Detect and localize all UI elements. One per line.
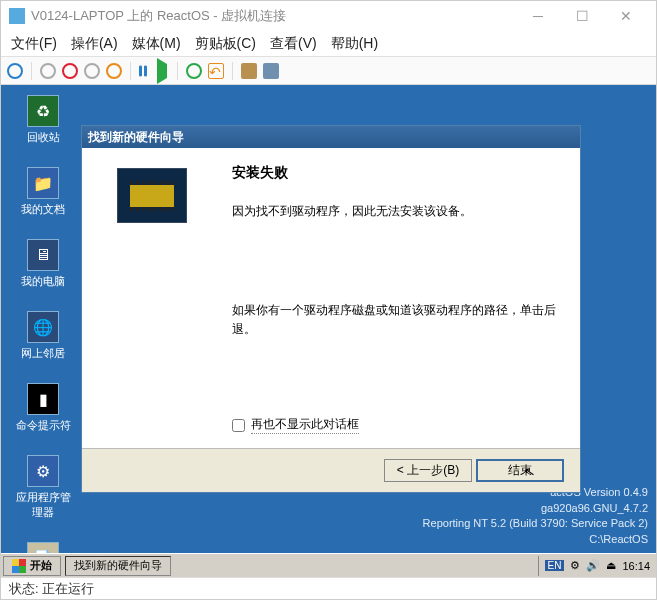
- dont-show-checkbox[interactable]: [232, 419, 245, 432]
- computer-icon: 🖥: [27, 239, 59, 271]
- guest-desktop: ♻回收站 📁我的文档 🖥我的电脑 🌐网上邻居 ▮命令提示符 ⚙应用程序管理器 📄…: [1, 85, 656, 577]
- wizard-heading: 安装失败: [232, 164, 560, 182]
- reset-icon[interactable]: [153, 63, 169, 79]
- wizard-titlebar[interactable]: 找到新的硬件向导: [82, 126, 580, 148]
- icon-label: 命令提示符: [16, 418, 71, 433]
- turnoff-icon[interactable]: [62, 63, 78, 79]
- ctrl-alt-del-icon[interactable]: [7, 63, 23, 79]
- wizard-button-row: < 上一步(B) 结束 ↖: [82, 448, 580, 492]
- icon-label: 我的电脑: [21, 274, 65, 289]
- start-icon[interactable]: [40, 63, 56, 79]
- tray-clock[interactable]: 16:14: [622, 560, 650, 572]
- back-button[interactable]: < 上一步(B): [384, 459, 472, 482]
- pause-icon[interactable]: [139, 65, 147, 77]
- menu-file[interactable]: 文件(F): [11, 35, 57, 53]
- taskbar-item-wizard[interactable]: 找到新的硬件向导: [65, 556, 171, 576]
- desktop-icon-computer[interactable]: 🖥我的电脑: [15, 239, 71, 289]
- terminal-icon: ▮: [27, 383, 59, 415]
- folder-icon: 📁: [27, 167, 59, 199]
- shutdown-icon[interactable]: [84, 63, 100, 79]
- vm-app-icon: [9, 8, 25, 24]
- dont-show-label[interactable]: 再也不显示此对话框: [251, 416, 359, 434]
- menu-clipboard[interactable]: 剪贴板(C): [195, 35, 256, 53]
- wizard-message-2: 如果你有一个驱动程序磁盘或知道该驱动程序的路径，单击后退。: [232, 301, 560, 339]
- appmgr-icon: ⚙: [27, 455, 59, 487]
- system-tray: EN ⚙ 🔊 ⏏ 16:14: [538, 556, 656, 576]
- desktop-icons: ♻回收站 📁我的文档 🖥我的电脑 🌐网上邻居 ▮命令提示符 ⚙应用程序管理器 📄…: [15, 95, 71, 577]
- desktop-icon-network[interactable]: 🌐网上邻居: [15, 311, 71, 361]
- share-icon[interactable]: [263, 63, 279, 79]
- language-indicator[interactable]: EN: [545, 560, 565, 571]
- finish-label: 结束: [508, 463, 532, 477]
- menu-view[interactable]: 查看(V): [270, 35, 317, 53]
- icon-label: 应用程序管理器: [15, 490, 71, 520]
- version-watermark: actOS Version 0.4.9 ga920a96.GNU_4.7.2 R…: [423, 485, 648, 547]
- reactos-flag-icon: [12, 559, 26, 573]
- wizard-message-1: 因为找不到驱动程序，因此无法安装该设备。: [232, 202, 560, 221]
- desktop-icon-appmgr[interactable]: ⚙应用程序管理器: [15, 455, 71, 520]
- finish-button[interactable]: 结束 ↖: [476, 459, 564, 482]
- start-label: 开始: [30, 558, 52, 573]
- network-tray-icon[interactable]: ⚙: [570, 559, 580, 572]
- maximize-button[interactable]: ☐: [560, 2, 604, 30]
- desktop-icon-cmd[interactable]: ▮命令提示符: [15, 383, 71, 433]
- recycle-icon: ♻: [27, 95, 59, 127]
- close-button[interactable]: ✕: [604, 2, 648, 30]
- watermark-line: Reporting NT 5.2 (Build 3790: Service Pa…: [423, 516, 648, 531]
- watermark-line: C:\ReactOS: [423, 532, 648, 547]
- menu-action[interactable]: 操作(A): [71, 35, 118, 53]
- icon-label: 我的文档: [21, 202, 65, 217]
- separator: [31, 62, 32, 80]
- watermark-line: ga920a96.GNU_4.7.2: [423, 501, 648, 516]
- taskbar: 开始 找到新的硬件向导 EN ⚙ 🔊 ⏏ 16:14: [1, 553, 656, 577]
- vm-toolbar: ↶: [1, 57, 656, 85]
- desktop-icon-recycle[interactable]: ♻回收站: [15, 95, 71, 145]
- menu-media[interactable]: 媒体(M): [132, 35, 181, 53]
- sound-tray-icon[interactable]: 🔊: [586, 559, 600, 572]
- checkpoint-icon[interactable]: [186, 63, 202, 79]
- desktop-icon-documents[interactable]: 📁我的文档: [15, 167, 71, 217]
- vm-menubar: 文件(F) 操作(A) 媒体(M) 剪贴板(C) 查看(V) 帮助(H): [1, 31, 656, 57]
- vm-titlebar: V0124-LAPTOP 上的 ReactOS - 虚拟机连接 ─ ☐ ✕: [1, 1, 656, 31]
- minimize-button[interactable]: ─: [516, 2, 560, 30]
- start-button[interactable]: 开始: [3, 556, 61, 576]
- save-icon[interactable]: [106, 63, 122, 79]
- menu-help[interactable]: 帮助(H): [331, 35, 378, 53]
- separator: [130, 62, 131, 80]
- enhanced-icon[interactable]: [241, 63, 257, 79]
- separator: [232, 62, 233, 80]
- network-icon: 🌐: [27, 311, 59, 343]
- hardware-wizard-dialog: 找到新的硬件向导 安装失败 因为找不到驱动程序，因此无法安装该设备。 如果你有一…: [81, 125, 581, 493]
- vm-status-text: 状态: 正在运行: [9, 580, 94, 598]
- usb-tray-icon[interactable]: ⏏: [606, 559, 616, 572]
- vm-title: V0124-LAPTOP 上的 ReactOS - 虚拟机连接: [31, 7, 516, 25]
- icon-label: 网上邻居: [21, 346, 65, 361]
- icon-label: 回收站: [27, 130, 60, 145]
- hardware-chip-icon: [117, 168, 187, 223]
- revert-icon[interactable]: ↶: [208, 63, 224, 79]
- wizard-sidebar: [82, 148, 222, 448]
- vm-statusbar: 状态: 正在运行: [1, 577, 656, 599]
- separator: [177, 62, 178, 80]
